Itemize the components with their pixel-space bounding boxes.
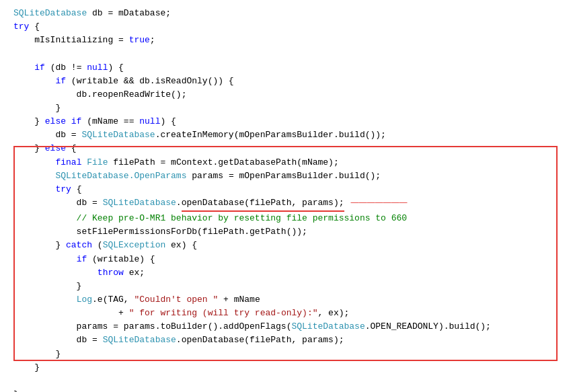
- token: db.reopenReadWrite();: [13, 88, 186, 102]
- code-line: SQLiteDatabase.OpenParams params = mOpen…: [13, 169, 558, 183]
- token: [13, 169, 55, 183]
- token: filePath = mContext.getDatabasePath(mNam…: [108, 156, 338, 169]
- token: SQLiteDatabase: [291, 320, 365, 334]
- token: }: [13, 102, 61, 115]
- token: SQLiteDatabase: [103, 334, 176, 347]
- token: + mName: [218, 293, 260, 307]
- token: [81, 156, 87, 169]
- token: SQLiteDatabase.OpenParams: [55, 169, 186, 183]
- token: else if: [45, 115, 82, 128]
- code-line: db = SQLiteDatabase.openDatabase(filePat…: [13, 196, 558, 212]
- token: else: [45, 142, 66, 155]
- code-line: if (writable) {: [13, 253, 558, 266]
- token: "Couldn't open ": [134, 293, 218, 307]
- token: [13, 253, 77, 266]
- token: (mName ==: [81, 115, 139, 128]
- code-line: if (writable && db.isReadOnly()) {: [13, 75, 558, 88]
- token: Log: [77, 293, 92, 307]
- token: [13, 75, 55, 88]
- code-line: if (db != null) {: [13, 61, 558, 75]
- token: .OPEN_READONLY).build();: [365, 320, 491, 334]
- token: null: [139, 115, 160, 128]
- token: {: [66, 142, 77, 155]
- code-line: [13, 47, 558, 61]
- token: if: [34, 61, 45, 75]
- token: if: [55, 75, 66, 88]
- token: ex;: [124, 266, 145, 280]
- code-line: // Keep pre-O-MR1 behavior by resetting …: [13, 212, 558, 225]
- token-underlined: openDatabase(filePath, params);: [182, 196, 344, 212]
- token: [13, 156, 55, 169]
- token: (: [92, 239, 103, 252]
- token: SQLException: [103, 239, 166, 252]
- token: db = mDatabase;: [87, 7, 171, 20]
- token: setFilePermissionsForDb(filePath.getPath…: [13, 225, 307, 239]
- code-line: }: [13, 388, 558, 392]
- token: null: [87, 61, 108, 75]
- code-line: }: [13, 102, 558, 115]
- token: .: [176, 196, 182, 212]
- token: try: [55, 183, 71, 196]
- token: ;: [150, 34, 155, 47]
- token: .createInMemory(mOpenParamsBuilder.build…: [155, 128, 386, 142]
- token: true: [129, 34, 150, 47]
- token: db =: [13, 196, 103, 212]
- token: ex) {: [165, 239, 197, 252]
- token: }: [13, 239, 66, 252]
- token: SQLiteDatabase: [81, 128, 155, 142]
- token: throw: [98, 266, 124, 280]
- token: params = params.toBuilder().addOpenFlags…: [13, 320, 291, 334]
- code-line: try {: [13, 20, 558, 34]
- code-line: } else {: [13, 142, 558, 155]
- code-line: final File filePath = mContext.getDataba…: [13, 156, 558, 169]
- token: File: [87, 156, 108, 169]
- code-line: db.reopenReadWrite();: [13, 88, 558, 102]
- code-line: SQLiteDatabase db = mDatabase;: [13, 7, 558, 20]
- token: [13, 293, 77, 307]
- token: [13, 183, 55, 196]
- token: {: [29, 20, 40, 34]
- code-line: db = SQLiteDatabase.openDatabase(filePat…: [13, 334, 558, 347]
- code-line: throw ex;: [13, 266, 558, 280]
- token: db =: [13, 128, 81, 142]
- code-line: setFilePermissionsForDb(filePath.getPath…: [13, 225, 558, 239]
- token: SQLiteDatabase: [13, 7, 87, 20]
- token: }: [13, 142, 45, 155]
- token: .openDatabase(filePath, params);: [176, 334, 344, 347]
- token: mIsInitializing =: [13, 34, 129, 47]
- code-line: }: [13, 348, 558, 361]
- code-line: } catch (SQLException ex) {: [13, 239, 558, 252]
- code-line: [13, 375, 558, 388]
- token: [13, 61, 34, 75]
- code-line: + " for writing (will try read-only):", …: [13, 307, 558, 320]
- code-container: SQLiteDatabase db = mDatabase; try { mIs…: [0, 7, 571, 392]
- code-line: try {: [13, 183, 558, 196]
- code-line: }: [13, 361, 558, 375]
- code-line: mIsInitializing = true;: [13, 34, 558, 47]
- token: }: [13, 388, 19, 392]
- token: SQLiteDatabase: [103, 196, 176, 212]
- code-line: Log.e(TAG, "Couldn't open " + mName: [13, 293, 558, 307]
- token: [13, 266, 98, 280]
- token: }: [13, 348, 61, 361]
- token: .e(TAG,: [92, 293, 134, 307]
- code-line: } else if (mName == null) {: [13, 115, 558, 128]
- token: " for writing (will try read-only):": [129, 307, 318, 320]
- token: (db !=: [45, 61, 87, 75]
- token: ) {: [108, 61, 123, 75]
- token: params = mOpenParamsBuilder.build();: [186, 169, 381, 183]
- code-line: params = params.toBuilder().addOpenFlags…: [13, 320, 558, 334]
- token: (writable) {: [87, 253, 155, 266]
- token: , ex);: [318, 307, 350, 320]
- token: }: [13, 361, 40, 375]
- token: try: [13, 20, 29, 34]
- token: // Keep pre-O-MR1 behavior by resetting …: [13, 212, 407, 225]
- token: db =: [13, 334, 103, 347]
- token: +: [13, 307, 129, 320]
- code-line: db = SQLiteDatabase.createInMemory(mOpen…: [13, 128, 558, 142]
- token: (writable && db.isReadOnly()) {: [66, 75, 234, 88]
- code-line: }: [13, 280, 558, 293]
- token: final: [55, 156, 81, 169]
- token: ) {: [160, 115, 176, 128]
- annotation: ———————: [351, 196, 408, 212]
